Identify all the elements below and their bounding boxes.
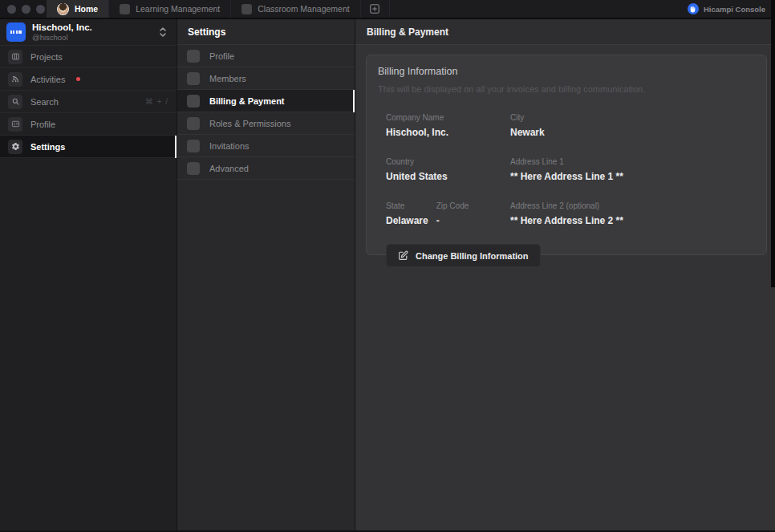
tab-learning-management[interactable]: Learning Management	[109, 0, 231, 18]
chevron-up-down-icon	[159, 26, 170, 39]
change-billing-information-button[interactable]: Change Billing Information	[386, 244, 541, 267]
sidebar-item-activities[interactable]: Activities	[0, 68, 177, 91]
window-controls	[0, 0, 47, 18]
field-value: Hischool, Inc.	[386, 127, 510, 138]
settings-item-label: Profile	[209, 51, 234, 61]
console-label: Hicampi Console	[704, 5, 765, 14]
sidebar-item-label: Search	[30, 97, 59, 107]
placeholder-icon	[187, 162, 200, 175]
settings-item-label: Members	[209, 74, 246, 83]
field-label: Zip Code	[436, 201, 469, 210]
settings-panel: Settings Profile Members Billing & Payme…	[177, 19, 355, 532]
settings-item-label: Billing & Payment	[209, 96, 285, 106]
settings-item-invitations[interactable]: Invitations	[177, 135, 355, 157]
field-address-line-2: Address Line 2 (optional) ** Here Addres…	[510, 201, 755, 226]
tab-classroom-management[interactable]: Classroom Management	[231, 0, 360, 18]
learning-management-app-icon	[120, 4, 130, 14]
billing-information-card: Billing Information This will be display…	[366, 55, 767, 255]
sidebar-item-profile[interactable]: Profile	[0, 113, 177, 136]
sidebar: Hischool, Inc. @hischool Projects	[0, 19, 177, 532]
console-button[interactable]: Hicampi Console	[681, 0, 775, 18]
sidebar-item-projects[interactable]: Projects	[0, 46, 177, 68]
workspace-handle: @hischool	[32, 33, 152, 42]
field-label: State	[386, 201, 428, 210]
gear-icon	[8, 140, 22, 154]
settings-item-advanced[interactable]: Advanced	[177, 157, 355, 180]
settings-item-label: Advanced	[209, 164, 249, 173]
right-edge-strip	[771, 0, 775, 287]
edit-pencil-icon	[398, 250, 408, 261]
field-value: Delaware	[386, 215, 428, 226]
tab-home-label: Home	[75, 4, 98, 14]
settings-item-label: Roles & Permissions	[209, 119, 290, 128]
field-label: Company Name	[386, 113, 510, 122]
card-subtitle: This will be displayed on all your invoi…	[378, 84, 755, 94]
workspace-text: Hischool, Inc. @hischool	[32, 22, 152, 42]
sidebar-item-label: Projects	[30, 52, 63, 62]
sidebar-item-label: Settings	[30, 142, 65, 152]
workspace-name: Hischool, Inc.	[32, 22, 152, 33]
placeholder-icon	[187, 95, 200, 108]
projects-board-icon	[8, 50, 22, 64]
id-card-icon	[8, 117, 22, 132]
main-content: Billing & Payment Billing Information Th…	[355, 19, 775, 532]
topbar: Home Learning Management Classroom Manag…	[0, 0, 775, 18]
tab-classroom-management-label: Classroom Management	[258, 4, 349, 14]
workspace-logo-mark	[10, 30, 22, 34]
field-address-line-1: Address Line 1 ** Here Address Line 1 **	[510, 157, 755, 182]
tab-home[interactable]: Home	[47, 0, 109, 18]
field-label: Address Line 1	[510, 157, 755, 166]
sidebar-item-label: Profile	[30, 120, 55, 129]
new-tab-button[interactable]	[361, 0, 390, 18]
change-billing-information-label: Change Billing Information	[416, 251, 529, 261]
settings-item-billing-payment[interactable]: Billing & Payment	[177, 90, 355, 112]
notification-dot	[76, 77, 80, 81]
billing-fields: Company Name Hischool, Inc. City Newark …	[386, 113, 755, 226]
plus-square-icon	[369, 3, 380, 14]
field-label: Country	[386, 157, 510, 166]
sidebar-item-label: Activities	[30, 75, 65, 84]
placeholder-icon	[187, 140, 200, 152]
page-title: Billing & Payment	[355, 19, 775, 45]
field-zip-code: Zip Code -	[436, 201, 469, 226]
window-minimize-button[interactable]	[22, 5, 30, 14]
field-value: United States	[386, 171, 510, 182]
field-country: Country United States	[386, 157, 510, 182]
settings-item-label: Invitations	[209, 141, 250, 151]
field-label: City	[510, 113, 755, 122]
tab-learning-management-label: Learning Management	[136, 4, 220, 14]
settings-item-members[interactable]: Members	[177, 67, 355, 90]
settings-item-profile[interactable]: Profile	[177, 45, 355, 67]
app-window: Home Learning Management Classroom Manag…	[0, 0, 775, 532]
field-value: Newark	[510, 127, 755, 138]
workspace-logo	[6, 22, 26, 42]
sidebar-item-search[interactable]: Search ⌘ + /	[0, 91, 177, 113]
workspace-switcher[interactable]: Hischool, Inc. @hischool	[0, 19, 177, 46]
settings-item-roles-permissions[interactable]: Roles & Permissions	[177, 112, 355, 135]
settings-panel-title: Settings	[177, 19, 355, 45]
window-close-button[interactable]	[7, 5, 16, 14]
window-maximize-button[interactable]	[36, 5, 45, 14]
placeholder-icon	[187, 117, 200, 130]
user-avatar	[57, 3, 69, 15]
field-city: City Newark	[510, 113, 755, 138]
field-label: Address Line 2 (optional)	[510, 201, 755, 210]
search-icon	[8, 95, 22, 109]
activity-feed-icon	[8, 72, 22, 87]
field-company-name: Company Name Hischool, Inc.	[386, 113, 510, 138]
field-state-zip-group: State Delaware Zip Code -	[386, 201, 510, 226]
placeholder-icon	[187, 72, 200, 85]
field-value: ** Here Address Line 1 **	[510, 171, 755, 182]
field-state: State Delaware	[386, 201, 428, 226]
sidebar-item-settings[interactable]: Settings	[0, 136, 177, 158]
card-title: Billing Information	[378, 66, 755, 77]
topbar-spacer	[390, 0, 681, 18]
hand-icon	[688, 3, 699, 14]
classroom-management-app-icon	[241, 4, 252, 14]
search-shortcut: ⌘ + /	[145, 97, 168, 106]
field-value: -	[436, 215, 469, 226]
field-value: ** Here Address Line 2 **	[510, 215, 755, 226]
placeholder-icon	[187, 50, 200, 63]
